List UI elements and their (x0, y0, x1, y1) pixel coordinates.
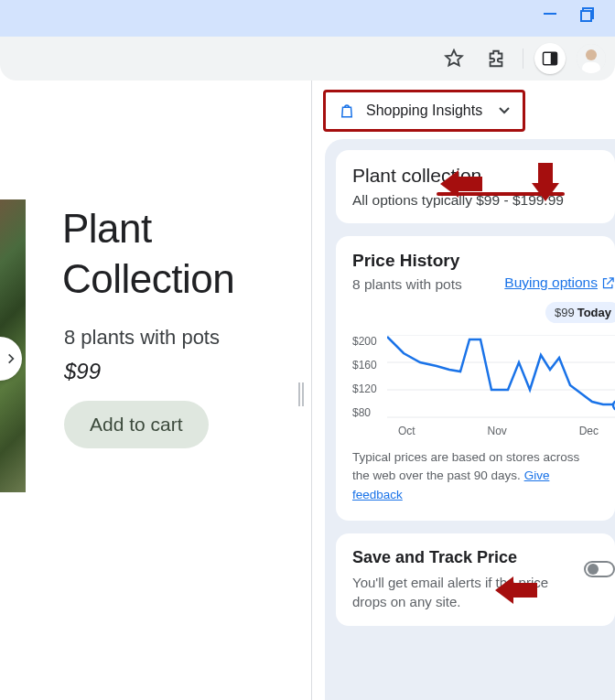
annotation-arrow (495, 575, 537, 606)
svg-marker-17 (495, 576, 537, 604)
insights-dropdown[interactable]: Shopping Insights (323, 90, 525, 132)
chevron-down-icon (499, 107, 510, 114)
product-subtitle: 8 plants with pots (64, 326, 220, 350)
svg-marker-16 (532, 163, 559, 201)
insights-label: Shopping Insights (366, 102, 482, 119)
track-price-card: Save and Track Price You'll get email al… (336, 533, 615, 626)
extensions-icon[interactable] (480, 43, 512, 74)
price-history-chart: $200 $160 $120 $80 Oct (352, 335, 599, 436)
track-toggle[interactable] (584, 561, 615, 577)
open-external-icon (601, 276, 615, 290)
track-title: Save and Track Price (352, 548, 599, 567)
price-history-footnote: Typical prices are based on stores acros… (352, 448, 599, 504)
add-to-cart-button[interactable]: Add to cart (64, 401, 209, 448)
product-price: $99 (64, 359, 101, 384)
shopping-insights-panel: Shopping Insights Plant collection All o… (311, 81, 615, 700)
buying-options-link[interactable]: Buying options (504, 275, 615, 291)
svg-point-5 (586, 49, 597, 60)
toolbar-divider (523, 48, 523, 69)
price-history-card: Price History 8 plants with pots Buying … (336, 236, 615, 521)
profile-avatar[interactable] (577, 44, 606, 73)
svg-rect-1 (581, 11, 591, 21)
panel-resize-handle[interactable] (298, 382, 306, 406)
minimize-button[interactable] (544, 13, 556, 15)
svg-rect-6 (582, 62, 600, 73)
today-price-badge: $99Today (545, 302, 615, 323)
svg-rect-3 (551, 52, 557, 65)
restore-button[interactable] (580, 7, 595, 22)
price-history-title: Price History (352, 251, 599, 271)
window-titlebar (0, 0, 615, 37)
annotation-arrow (440, 168, 482, 199)
bookmark-star-icon[interactable] (438, 43, 469, 74)
chevron-right-icon (5, 352, 17, 365)
svg-marker-15 (440, 170, 482, 198)
shopping-bag-icon (339, 102, 355, 120)
browser-toolbar (0, 37, 615, 81)
annotation-arrow (530, 163, 561, 201)
product-title: Plant Collection (62, 203, 234, 304)
side-panel-toggle-icon[interactable] (534, 43, 566, 74)
